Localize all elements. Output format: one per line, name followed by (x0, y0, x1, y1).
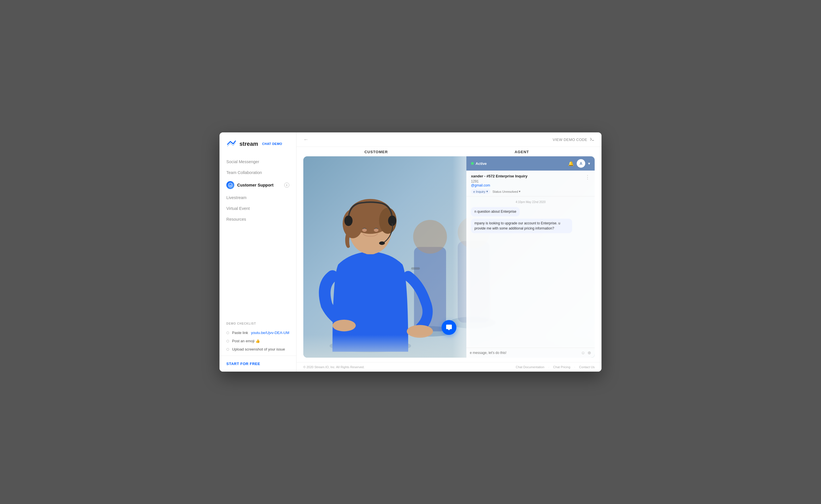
demo-checklist: DEMO CHECKLIST Paste link youtu.be/Ujvv-… (220, 317, 296, 356)
svg-point-20 (379, 241, 385, 245)
message-timestamp: 4:10pm May 22nd 2020 (471, 200, 590, 204)
sidebar-item-resources[interactable]: Resources (220, 214, 296, 225)
message-bubble: n question about Enterprise (471, 207, 520, 216)
agent-header: Active 🔔 A ▾ (466, 156, 595, 171)
customer-support-icon (226, 181, 234, 189)
footer-links: Chat Documentation · Chat Pricing · Cont… (516, 365, 595, 369)
stream-logo-icon (226, 139, 237, 149)
ticket-email[interactable]: @gmail.com (471, 183, 527, 187)
status-indicator (471, 162, 474, 165)
terminal-icon (589, 136, 595, 143)
footer-separator-1: · (548, 365, 549, 369)
start-free-button[interactable]: START FOR FREE (226, 362, 289, 366)
footer-link-contact[interactable]: Contact Us (579, 365, 595, 369)
agent-panel: Active 🔔 A ▾ xander - #572 En (466, 156, 595, 358)
logo-text: stream (240, 141, 258, 147)
sidebar-item-customer-support[interactable]: Customer Support i (220, 178, 296, 192)
checklist-paste-link: Paste link youtu.be/Ujvv-DEA-UM (226, 329, 289, 337)
sidebar-item-livestream[interactable]: Livestream (220, 192, 296, 203)
customer-label: CUSTOMER (303, 150, 449, 154)
ticket-id: 1291 (471, 179, 527, 183)
sidebar-item-virtual-event[interactable]: Virtual Event (220, 203, 296, 214)
demo-area: CUSTOMER AGENT (297, 147, 601, 362)
chat-input[interactable] (470, 351, 578, 355)
ticket-meta: e Inquiry ▾ Status Unresolved ▾ (471, 189, 590, 194)
chat-input-row: ☺ ⊕ (466, 348, 595, 358)
main-footer: © 2020 Stream.IO, Inc. All Rights Reserv… (297, 362, 601, 372)
demo-columns-header: CUSTOMER AGENT (303, 147, 595, 156)
agent-header-icons: 🔔 A ▾ (568, 159, 590, 168)
checklist-dot (226, 331, 229, 334)
sidebar-footer: START FOR FREE (220, 356, 296, 372)
ticket-tag[interactable]: e Inquiry ▾ (471, 189, 490, 194)
svg-point-1 (230, 185, 230, 185)
notification-bell-icon[interactable]: 🔔 (568, 161, 574, 166)
svg-point-2 (231, 185, 232, 185)
chevron-down-icon[interactable]: ▾ (588, 161, 590, 166)
app-window: stream CHAT DEMO Social Messenger Team C… (220, 132, 601, 372)
main-header: ← VIEW DEMO CODE (297, 132, 601, 147)
agent-status: Active (471, 161, 487, 166)
input-action-icons: ☺ ⊕ (581, 350, 591, 355)
demo-preview: Active 🔔 A ▾ xander - #572 En (303, 156, 595, 358)
agent-avatar: A (577, 159, 585, 168)
message-bubble-2: mpany is looking to upgrade our account … (471, 219, 572, 233)
info-icon[interactable]: i (284, 183, 289, 188)
svg-point-0 (228, 183, 232, 187)
footer-separator-2: · (574, 365, 575, 369)
attachment-icon[interactable]: ⊕ (587, 350, 591, 355)
checklist-dot-2 (226, 340, 229, 343)
chat-demo-badge: CHAT DEMO (262, 142, 282, 146)
checklist-post-emoji: Post an emoji 👍 (226, 337, 289, 345)
paste-link-label: Paste link (232, 331, 248, 335)
tag-chevron-icon: ▾ (486, 190, 488, 193)
checklist-upload: Upload screenshot of your issue (226, 345, 289, 353)
footer-link-docs[interactable]: Chat Documentation (516, 365, 544, 369)
customer-message-1: n question about Enterprise (471, 207, 520, 216)
status-tag[interactable]: Status Unresolved ▾ (493, 190, 521, 193)
checklist-dot-3 (226, 348, 229, 351)
agent-label: AGENT (449, 150, 595, 154)
chat-messages: 4:10pm May 22nd 2020 n question about En… (466, 196, 595, 348)
svg-point-8 (413, 220, 447, 254)
chat-fab-button[interactable] (442, 320, 456, 335)
view-demo-code-label: VIEW DEMO CODE (553, 138, 587, 142)
emoji-icon[interactable]: ☺ (581, 350, 585, 355)
ticket-title: xander - #572 Enterprise Inquiry (471, 174, 527, 178)
sidebar-nav: Social Messenger Team Collaboration (220, 154, 296, 317)
main-content: ← VIEW DEMO CODE CUSTOMER AGENT (297, 132, 601, 372)
footer-link-pricing[interactable]: Chat Pricing (553, 365, 570, 369)
svg-point-18 (344, 216, 353, 226)
logo-area: stream CHAT DEMO (220, 132, 296, 154)
view-demo-code-button[interactable]: VIEW DEMO CODE (553, 136, 595, 143)
sidebar-item-team-collaboration[interactable]: Team Collaboration (220, 167, 296, 178)
svg-point-22 (332, 320, 356, 331)
paste-link-url[interactable]: youtu.be/Ujvv-DEA-UM (251, 331, 289, 335)
ticket-info: xander - #572 Enterprise Inquiry 1291 @g… (466, 171, 595, 196)
back-button[interactable]: ← (303, 137, 309, 143)
status-text: Active (475, 161, 487, 166)
copyright-text: © 2020 Stream.IO, Inc. All Rights Reserv… (303, 365, 365, 369)
sidebar-item-social-messenger[interactable]: Social Messenger (220, 156, 296, 167)
checklist-title: DEMO CHECKLIST (226, 322, 289, 325)
ticket-more-icon[interactable]: ⋮ (585, 174, 590, 180)
svg-rect-9 (411, 267, 420, 270)
customer-message-2: mpany is looking to upgrade our account … (471, 219, 572, 233)
sidebar: stream CHAT DEMO Social Messenger Team C… (220, 132, 297, 372)
status-chevron-icon: ▾ (519, 190, 520, 193)
